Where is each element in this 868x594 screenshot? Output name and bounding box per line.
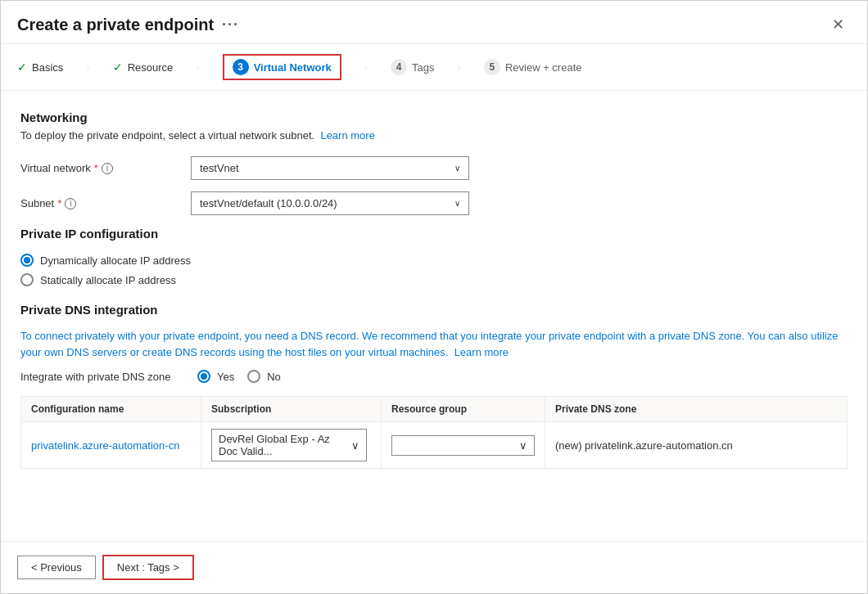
subnet-dropdown[interactable]: testVnet/default (10.0.0.0/24) ∨: [191, 191, 469, 215]
table-header: Configuration name Subscription Resource…: [21, 397, 847, 422]
step-divider-1: ›: [86, 61, 89, 74]
virtual-network-required: *: [94, 162, 98, 174]
check-icon-basics: ✓: [17, 61, 27, 74]
dialog-title: Create a private endpoint ···: [17, 16, 239, 34]
step-circle-5: 5: [484, 59, 500, 75]
col-dns-zone: Private DNS zone: [545, 397, 847, 421]
dns-no-option[interactable]: No: [247, 370, 281, 383]
ip-dynamic-radio[interactable]: [20, 254, 34, 267]
ip-static-option[interactable]: Statically allocate IP address: [20, 273, 848, 286]
networking-desc: To deploy the private endpoint, select a…: [20, 129, 848, 142]
subnet-info-icon[interactable]: i: [65, 198, 76, 209]
step-resource-label: Resource: [128, 61, 174, 74]
virtual-network-label: Virtual network * i: [20, 162, 184, 174]
dns-section: Private DNS integration To connect priva…: [20, 303, 848, 469]
subscription-dropdown-text: DevRel Global Exp - Az Doc Valid...: [219, 433, 351, 457]
networking-title: Networking: [20, 110, 848, 124]
dns-learn-more-link[interactable]: Learn more: [454, 346, 509, 358]
ip-static-label: Statically allocate IP address: [40, 274, 176, 286]
col-config-name: Configuration name: [21, 397, 201, 421]
dns-table: Configuration name Subscription Resource…: [20, 396, 848, 469]
integrate-dns-label: Integrate with private DNS zone: [20, 371, 184, 383]
subnet-value: testVnet/default (10.0.0.0/24): [200, 197, 337, 209]
step-basics-label: Basics: [32, 61, 63, 74]
step-circle-3: 3: [233, 59, 249, 75]
subnet-row: Subnet * i testVnet/default (10.0.0.0/24…: [20, 191, 848, 215]
dns-yes-radio[interactable]: [197, 370, 210, 383]
integrate-dns-row: Integrate with private DNS zone Yes No: [20, 370, 848, 383]
networking-section: Networking To deploy the private endpoin…: [20, 110, 848, 215]
step-divider-3: ›: [364, 61, 368, 74]
resource-group-chevron-icon: ∨: [519, 439, 527, 452]
step-tags[interactable]: 4 Tags: [391, 59, 434, 75]
cell-subscription: DevRel Global Exp - Az Doc Valid... ∨: [201, 422, 382, 468]
step-circle-4: 4: [391, 59, 407, 75]
step-virtual-network[interactable]: 3 Virtual Network: [223, 54, 341, 80]
step-review-create-label: Review + create: [505, 61, 582, 74]
check-icon-resource: ✓: [113, 61, 123, 74]
cell-resource-group: ∨: [382, 422, 545, 468]
steps-nav: ✓ Basics › ✓ Resource › 3 Virtual Networ…: [1, 44, 867, 91]
virtual-network-info-icon[interactable]: i: [102, 163, 113, 174]
virtual-network-dropdown[interactable]: testVnet ∨: [191, 156, 469, 180]
dns-no-label: No: [267, 371, 281, 383]
dns-yes-dot: [201, 373, 207, 380]
ip-dynamic-label: Dynamically allocate IP address: [40, 254, 191, 267]
networking-desc-text: To deploy the private endpoint, select a…: [20, 129, 314, 142]
subnet-label: Subnet * i: [20, 197, 184, 209]
main-content: Networking To deploy the private endpoin…: [1, 91, 867, 541]
step-virtual-network-label: Virtual Network: [254, 61, 332, 74]
dns-yes-option[interactable]: Yes: [197, 370, 234, 383]
step-divider-4: ›: [458, 61, 461, 74]
ip-dynamic-option[interactable]: Dynamically allocate IP address: [20, 254, 848, 267]
step-review-create[interactable]: 5 Review + create: [484, 59, 582, 75]
cell-dns-zone: (new) privatelink.azure-automation.cn: [545, 422, 847, 468]
dns-description: To connect privately with your private e…: [20, 328, 848, 360]
virtual-network-row: Virtual network * i testVnet ∨: [20, 156, 848, 180]
next-button[interactable]: Next : Tags >: [102, 555, 194, 580]
subnet-chevron-icon: ∨: [454, 199, 460, 208]
table-row: privatelink.azure-automation-cn DevRel G…: [21, 422, 847, 469]
virtual-network-chevron-icon: ∨: [454, 164, 460, 173]
dialog-header: Create a private endpoint ··· ✕: [1, 1, 867, 44]
subscription-chevron-icon: ∨: [351, 439, 359, 452]
dns-title: Private DNS integration: [20, 303, 848, 317]
ip-dynamic-dot: [24, 257, 30, 263]
step-basics[interactable]: ✓ Basics: [17, 61, 63, 74]
subnet-required: *: [57, 197, 61, 209]
dialog-footer: < Previous Next : Tags >: [1, 541, 867, 593]
cell-config-name: privatelink.azure-automation-cn: [21, 422, 201, 468]
virtual-network-value: testVnet: [200, 162, 239, 174]
create-private-endpoint-dialog: Create a private endpoint ··· ✕ ✓ Basics…: [0, 0, 868, 594]
close-button[interactable]: ✕: [825, 14, 851, 35]
ip-static-radio[interactable]: [20, 273, 34, 286]
private-ip-section: Private IP configuration Dynamically all…: [20, 227, 848, 286]
col-resource-group: Resource group: [382, 397, 545, 421]
col-subscription: Subscription: [201, 397, 382, 421]
subscription-dropdown[interactable]: DevRel Global Exp - Az Doc Valid... ∨: [211, 429, 367, 461]
step-resource[interactable]: ✓ Resource: [113, 61, 174, 74]
private-ip-title: Private IP configuration: [20, 227, 848, 241]
previous-button[interactable]: < Previous: [17, 556, 96, 579]
dialog-title-text: Create a private endpoint: [17, 16, 214, 34]
step-divider-2: ›: [196, 61, 199, 74]
dialog-title-dots: ···: [222, 16, 239, 34]
step-tags-label: Tags: [412, 61, 434, 74]
dns-yes-label: Yes: [217, 371, 234, 383]
resource-group-dropdown[interactable]: ∨: [391, 435, 535, 456]
dns-no-radio[interactable]: [247, 370, 260, 383]
networking-learn-more-link[interactable]: Learn more: [320, 129, 374, 142]
